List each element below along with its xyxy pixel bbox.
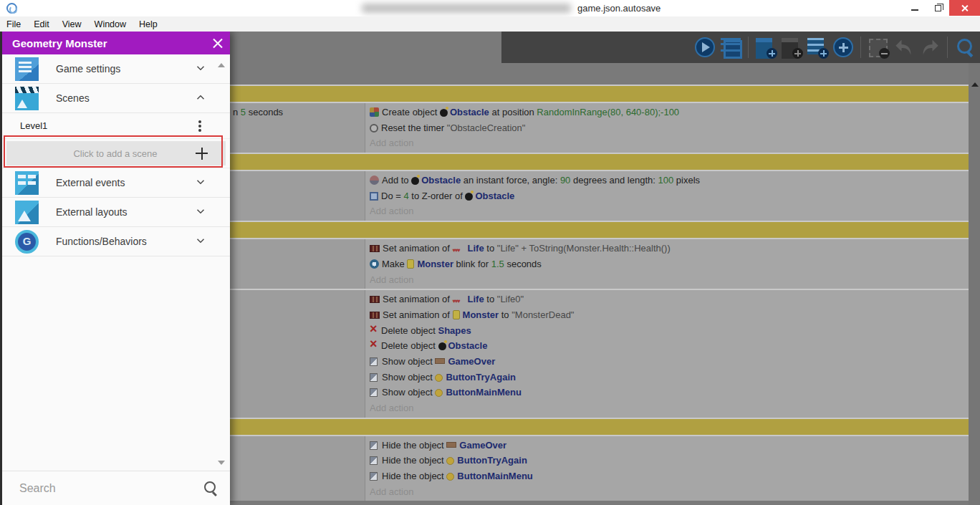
maximize-button[interactable] [926, 0, 949, 16]
monster-icon [453, 310, 460, 319]
event-action[interactable]: Show object ButtonMainMenu [370, 385, 969, 400]
add-subevent-icon[interactable] [781, 37, 802, 58]
event-action[interactable]: Hide the object ButtonTryAgain [370, 453, 969, 468]
action-text: to [499, 309, 511, 320]
add-scene-label: Click to add a scene [6, 148, 196, 159]
object-name: ButtonTryAgain [457, 455, 527, 466]
comment-bar[interactable] [230, 85, 969, 102]
menu-edit[interactable]: Edit [27, 19, 56, 29]
events-sheet-top-margin [230, 63, 969, 85]
comment-bar[interactable] [230, 153, 969, 170]
gameover-icon [435, 358, 445, 364]
expression-value: 5 [241, 107, 246, 117]
event-condition[interactable]: n 5 seconds [233, 105, 365, 120]
delete-event-icon[interactable] [868, 37, 889, 58]
add-action-link[interactable]: Add action [370, 484, 969, 500]
add-event-dialog-icon[interactable] [832, 37, 854, 58]
game-settings-icon [15, 57, 39, 81]
action-text: seconds [504, 259, 542, 269]
comment-bar[interactable] [230, 418, 969, 435]
object-name: GameOver [448, 356, 495, 367]
conditions-cell[interactable] [230, 239, 365, 289]
drawer-scroll-up-icon[interactable] [218, 63, 225, 67]
event-action[interactable]: Delete object Obstacle [370, 338, 969, 354]
sidebar-item-game-settings[interactable]: Game settings [2, 54, 230, 84]
menu-file[interactable]: File [0, 19, 27, 29]
events-sheet-scrollbar[interactable] [969, 63, 980, 505]
conditions-cell[interactable] [230, 436, 365, 501]
action-text: Show object [382, 356, 435, 367]
add-action-link[interactable]: Add action [370, 203, 969, 219]
event-action[interactable]: Create object Obstacle at position Rando… [370, 105, 969, 120]
timer-icon [370, 124, 378, 133]
delete-icon [370, 341, 378, 350]
event-action[interactable]: Set animation of Life to "Life0" [370, 292, 969, 307]
redo-icon[interactable] [919, 37, 941, 58]
object-name: ButtonTryAgain [446, 372, 516, 383]
visibility-icon [370, 441, 378, 450]
action-text: to [484, 243, 497, 254]
sidebar-item-external-events[interactable]: External events [2, 168, 230, 198]
conditions-cell[interactable] [230, 171, 365, 221]
object-name: Life [468, 243, 484, 254]
event-action[interactable]: Reset the timer "ObstacleCreation" [370, 120, 969, 136]
event-action[interactable]: Set animation of Monster to "MonsterDead… [370, 307, 969, 323]
scene-label: Level1 [20, 120, 198, 131]
preview-play-icon[interactable] [694, 37, 716, 58]
action-text: Make [382, 259, 407, 269]
object-name: ButtonMainMenu [446, 387, 521, 398]
scene-options-kebab-icon[interactable] [198, 119, 201, 133]
menu-view[interactable]: View [56, 19, 88, 29]
action-text: Create object [382, 107, 440, 117]
scroll-up-icon[interactable] [971, 82, 979, 87]
add-action-link[interactable]: Add action [370, 272, 969, 288]
event-action[interactable]: Do = 4 to Z-order of Obstacle [370, 188, 969, 204]
scene-item-level1[interactable]: Level1 [2, 113, 230, 139]
bomb-icon [465, 193, 473, 201]
add-scene-button[interactable]: Click to add a scene [6, 141, 226, 165]
menu-help[interactable]: Help [133, 19, 164, 29]
event-action[interactable]: Hide the object ButtonMainMenu [370, 468, 969, 484]
plus-icon [196, 148, 208, 160]
action-text: an instant force, angle: [461, 175, 560, 186]
sidebar-item-functions-behaviors[interactable]: Functions/Behaviors [2, 227, 230, 256]
close-window-button[interactable] [949, 0, 980, 16]
event-action[interactable]: Set animation of Life to "Life" + ToStri… [370, 241, 969, 256]
menu-window[interactable]: Window [88, 19, 133, 29]
sidebar-item-scenes[interactable]: Scenes [2, 84, 230, 113]
event-action[interactable]: Show object GameOver [370, 354, 969, 370]
string-value: "MonsterDead" [511, 309, 574, 320]
debug-icon[interactable] [720, 37, 741, 58]
sidebar-item-external-layouts[interactable]: External layouts [2, 198, 230, 227]
section-label: Functions/Behaviors [56, 236, 194, 247]
search-input[interactable] [19, 482, 203, 495]
event-action[interactable]: Hide the object GameOver [370, 438, 969, 453]
monster-icon [407, 259, 414, 269]
conditions-cell[interactable] [230, 290, 365, 418]
add-comment-icon[interactable] [807, 37, 828, 58]
comment-bar[interactable] [230, 221, 969, 238]
close-project-manager-button[interactable] [206, 32, 230, 54]
event-action[interactable]: Add to Obstacle an instant force, angle:… [370, 173, 969, 188]
action-text: degrees and length: [570, 175, 658, 186]
create-object-icon [370, 107, 379, 117]
minimize-button[interactable] [903, 0, 926, 16]
drawer-scroll-down-icon[interactable] [218, 461, 225, 465]
menu-bar: File Edit View Window Help [0, 16, 980, 32]
bomb-icon [411, 177, 419, 185]
search-events-icon[interactable] [954, 37, 976, 58]
event-action[interactable]: Make Monster blink for 1.5 seconds [370, 256, 969, 272]
bomb-icon [438, 342, 446, 350]
minimize-icon [911, 9, 918, 11]
event-row: Set animation of Life to "Life0"Set anim… [230, 289, 969, 418]
force-icon [370, 175, 379, 185]
add-action-link[interactable]: Add action [370, 135, 969, 151]
event-action[interactable]: Delete object Shapes [370, 323, 969, 339]
conditions-cell[interactable]: n 5 seconds [230, 103, 365, 153]
undo-icon[interactable] [893, 37, 915, 58]
add-action-link[interactable]: Add action [370, 400, 969, 416]
action-text: Delete object [381, 340, 438, 351]
add-event-icon[interactable] [755, 37, 777, 58]
expression-value: RandomInRange(80, 640-80);-100 [537, 107, 679, 117]
event-action[interactable]: Show object ButtonTryAgain [370, 370, 969, 385]
